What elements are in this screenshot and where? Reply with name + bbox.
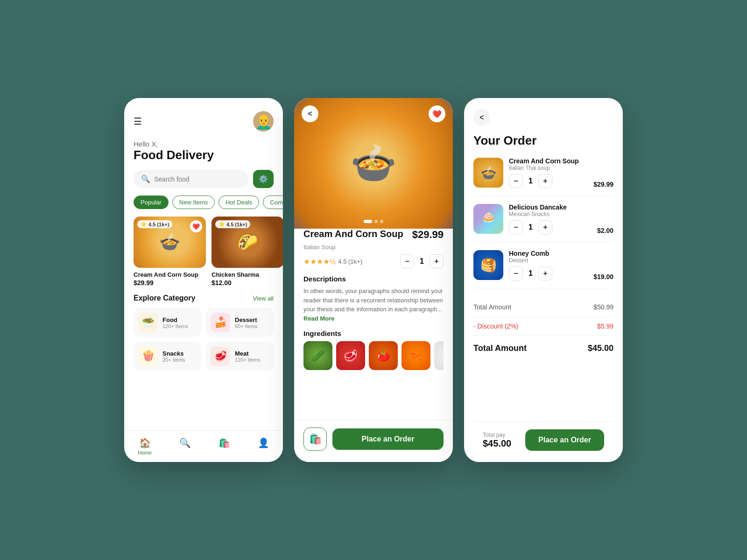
food-card-image-soup: 🍲 ⭐4.5 (1k+) ❤️ [134,217,206,268]
food-cards: 🍲 ⭐4.5 (1k+) ❤️ Cream And Corn Soup $29.… [124,217,283,294]
divider-2 [473,336,613,336]
divider [473,316,613,317]
rating-badge-soup: ⭐4.5 (1k+) [137,220,172,228]
product-bottom-cta: 🛍️ Place an Order [294,420,453,462]
order-item-info-macaron: Delicious Dancake Mexican Snacks − 1 + [509,203,592,234]
order-item-image-pancake: 🥞 [473,250,503,280]
search-input-wrap[interactable]: 🔍 [134,170,248,188]
product-name: Cream And Corn Soup [303,229,403,239]
descriptions-title: Descriptions [303,275,444,283]
quantity-value: 1 [420,257,424,266]
profile-nav-icon: 👤 [258,437,269,448]
subtotal-value: $50.99 [593,303,613,311]
ingredient-1: 🥒 [303,341,332,370]
order-item-subtitle-macaron: Mexican Snacks [509,211,592,217]
category-food-name: Food [162,316,188,323]
rating-text: 4.5 (1k+) [338,258,362,265]
order-item-name-soup: Cream And Corn Soup [509,157,588,165]
discount-row: - Discount (2%) $5.99 [473,319,613,334]
menu-icon[interactable]: ☰ [134,116,142,127]
product-price: $29.99 [412,229,444,241]
image-dots [364,220,383,223]
explore-header: Explore Category View all [124,294,283,308]
ingredient-2: 🥩 [336,341,365,370]
place-order-final-button[interactable]: Place an Order [525,429,604,451]
search-icon: 🔍 [141,175,150,183]
tab-new-items[interactable]: New Items [172,196,215,209]
food-price-chicken: $12.00 [211,279,283,287]
cart-nav-icon: 🛍️ [218,437,230,448]
search-input[interactable] [154,175,241,183]
ingredients-row: 🥒 🥩 🍅 🦐 🧄 [303,341,444,370]
order-item-soup: 🍲 Cream And Corn Soup Italian Thai soup … [473,157,613,196]
increase-pancake[interactable]: + [538,266,552,280]
totals-section: Total Amount $50.99 - Discount (2%) $5.9… [473,300,613,359]
view-all-button[interactable]: View all [253,295,274,302]
qty-control-soup: − 1 + [509,174,588,188]
product-rating-row: ★★★★½ 4.5 (1k+) − 1 + [303,254,444,268]
category-dessert-icon: 🍰 [211,313,230,332]
tab-combos[interactable]: Combos Pack [263,196,283,209]
nav-profile[interactable]: 👤 [258,437,269,455]
product-content: Cream And Corn Soup $29.99 Italian Soup … [294,219,453,420]
food-price-soup: $29.99 [134,279,206,287]
category-snacks[interactable]: 🍿 Snacks 20+ Items [134,342,201,371]
category-meat[interactable]: 🥩 Meat 120+ Items [206,342,274,371]
favorite-button[interactable]: ❤️ [429,105,445,122]
page-title: Food Delivery [124,148,283,170]
food-card-chicken[interactable]: 🌮 ⭐4.5 (1k+) Chicken Sharma $12.00 [211,217,283,287]
total-final-row: Total Amount $45.00 [473,338,613,359]
greeting-text: Hello X, [124,136,283,148]
favorite-button-soup[interactable]: ❤️ [190,220,202,232]
nav-search[interactable]: 🔍 [179,437,191,455]
quantity-increase[interactable]: + [430,254,444,268]
quantity-control: − 1 + [400,254,444,268]
tab-popular[interactable]: Popular [134,196,169,209]
place-order-button[interactable]: Place an Order [332,428,444,450]
food-name-soup: Cream And Corn Soup [134,271,206,278]
category-dessert-count: 60+ Items [235,323,258,329]
tab-hot-deals[interactable]: Hot Deals [218,196,259,209]
order-item-subtitle-pancake: Dessert [509,257,588,264]
category-food[interactable]: 🥗 Food 120+ Items [134,308,201,337]
product-hero-image: 🍲 < ❤️ [294,98,453,229]
home-header: ☰ 👨‍🦲 [124,98,283,136]
decrease-pancake[interactable]: − [509,266,523,280]
screen-home: ☰ 👨‍🦲 Hello X, Food Delivery 🔍 ⚙️ Popula… [124,98,283,462]
search-nav-icon: 🔍 [179,437,191,448]
order-item-price-pancake: $19.00 [593,273,613,280]
decrease-macaron[interactable]: − [509,220,523,234]
product-top-row: Cream And Corn Soup $29.99 [303,229,444,241]
order-item-price-macaron: $2.00 [597,227,613,234]
back-button-order[interactable]: < [473,109,490,126]
nav-home[interactable]: 🏠 Home [138,437,151,455]
order-item-pancake: 🥞 Honey Comb Dessert − 1 + $19.00 [473,250,613,288]
dot-2 [374,220,378,223]
food-card-soup[interactable]: 🍲 ⭐4.5 (1k+) ❤️ Cream And Corn Soup $29.… [134,217,206,287]
read-more-button[interactable]: Read More [303,315,334,322]
order-item-macaron: 🧁 Delicious Dancake Mexican Snacks − 1 +… [473,203,613,242]
increase-macaron[interactable]: + [538,220,552,234]
food-card-image-chicken: 🌮 ⭐4.5 (1k+) [211,217,283,268]
increase-soup[interactable]: + [538,174,552,188]
quantity-decrease[interactable]: − [400,254,414,268]
stars-icon: ★★★★½ [303,257,336,266]
category-meat-icon: 🥩 [211,346,230,366]
category-dessert-name: Dessert [235,316,258,323]
decrease-soup[interactable]: − [509,174,523,188]
discount-label: - Discount (2%) [473,322,518,330]
nav-cart[interactable]: 🛍️ [218,437,230,455]
category-dessert[interactable]: 🍰 Dessert 60+ Items [206,308,274,337]
screen-your-order: < Your Order 🍲 Cream And Corn Soup Itali… [464,98,623,462]
order-item-subtitle-soup: Italian Thai soup [509,165,588,171]
stars-and-rating: ★★★★½ 4.5 (1k+) [303,257,362,266]
discount-value: $5.99 [597,322,613,330]
back-button[interactable]: < [302,105,318,122]
user-avatar[interactable]: 👨‍🦲 [253,111,274,132]
total-final-value: $45.00 [588,343,613,353]
filter-button[interactable]: ⚙️ [253,170,274,188]
qty-value-pancake: 1 [529,269,533,278]
add-to-cart-button[interactable]: 🛍️ [303,427,327,451]
order-title: Your Order [473,133,613,148]
qty-control-pancake: − 1 + [509,266,588,280]
